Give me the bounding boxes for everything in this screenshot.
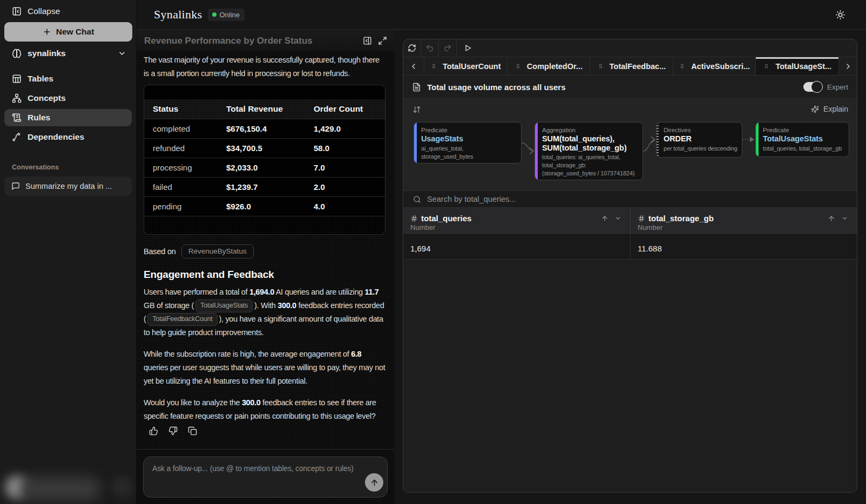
- chevron-left-icon: [409, 62, 418, 71]
- tab-label: CompletedOr...: [527, 62, 583, 71]
- cell-revenue: $34,700.5: [226, 144, 314, 153]
- chevron-down-icon: [841, 215, 848, 222]
- column-total-storage-gb[interactable]: total_storage_gb Number: [631, 208, 857, 233]
- online-dot: [212, 12, 216, 17]
- cell-revenue: $1,239.7: [226, 182, 314, 192]
- column-menu-button[interactable]: [841, 215, 848, 222]
- column-header: Order Count: [314, 104, 385, 114]
- collapse-chat-button[interactable]: [363, 36, 372, 45]
- sidebar-item-tables[interactable]: Tables: [4, 70, 132, 87]
- cell-status: completed: [144, 124, 226, 133]
- thumbs-up-button[interactable]: [149, 426, 158, 435]
- redo-button[interactable]: [439, 39, 457, 57]
- grip-icon: [763, 63, 770, 70]
- copy-icon: [188, 426, 197, 435]
- tab-completedorders[interactable]: CompletedOr...: [508, 57, 591, 75]
- node-title: TotalUsageStats: [763, 134, 845, 144]
- rule-workbench: TotalUserCount CompletedOr... TotalFeedb…: [403, 39, 857, 493]
- column-total-queries[interactable]: total_queries Number: [403, 208, 631, 233]
- node-aggregation[interactable]: Aggregation SUM(total_queries), SUM(tota…: [535, 122, 643, 180]
- conversations-heading: Conversations: [12, 164, 132, 171]
- chat-input-box: [143, 457, 388, 498]
- cell-status: refunded: [144, 144, 226, 153]
- grip-icon: [430, 63, 437, 70]
- table-row: processing $2,033.0 7.0: [144, 158, 385, 177]
- node-totalusagestats[interactable]: Predicate TotalUsageStats total_queries,…: [755, 122, 849, 157]
- sun-icon: [835, 10, 845, 20]
- run-button[interactable]: [457, 39, 479, 57]
- node-usagestats[interactable]: Predicate UsageStats ai_queries_total, s…: [414, 122, 522, 164]
- cell-count: 58.0: [314, 144, 385, 153]
- cell-status: processing: [144, 163, 226, 172]
- cell-status: failed: [144, 182, 226, 192]
- copy-button[interactable]: [188, 426, 197, 435]
- tab-totalfeedback[interactable]: TotalFeedbac...: [590, 57, 673, 75]
- chat-messages: The vast majority of your revenue is suc…: [137, 51, 394, 449]
- tab-totalusagestats[interactable]: TotalUsageSt...: [756, 57, 839, 75]
- search-input[interactable]: [427, 195, 847, 203]
- tab-activesubscriptions[interactable]: ActiveSubscri...: [673, 57, 756, 75]
- cell-count: 1,429.0: [314, 124, 385, 133]
- sidebar-item-concepts[interactable]: Concepts: [4, 90, 132, 107]
- thumbs-down-button[interactable]: [168, 426, 178, 435]
- node-accent: [657, 122, 659, 157]
- node-detail: ai_queries_total, storage_used_bytes: [421, 145, 486, 161]
- node-accent: [756, 122, 759, 156]
- arrow-up-icon: [601, 215, 608, 222]
- arrow-up-icon: [828, 215, 835, 222]
- redo-icon: [443, 44, 452, 52]
- send-button[interactable]: [365, 473, 383, 492]
- expert-toggle[interactable]: [803, 82, 822, 92]
- node-accent: [535, 122, 538, 180]
- new-chat-button[interactable]: New Chat: [4, 22, 132, 42]
- rule-chip-revenuebystatus[interactable]: RevenueByStatus: [181, 244, 254, 258]
- rule-description: Total usage volume across all users: [427, 83, 803, 92]
- tab-totalusercount[interactable]: TotalUserCount: [424, 57, 508, 75]
- undo-button[interactable]: [421, 39, 439, 57]
- tab-label: TotalUsageSt...: [775, 62, 831, 71]
- expand-chat-button[interactable]: [378, 36, 387, 45]
- sort-column-button[interactable]: [828, 215, 835, 222]
- app-title: Synalinks: [154, 8, 202, 22]
- sidebar-item-rules[interactable]: Rules: [4, 109, 132, 126]
- arrow-up-icon: [370, 478, 379, 487]
- sidebar-item-label: Tables: [28, 74, 53, 84]
- column-menu-button[interactable]: [614, 215, 621, 222]
- tabs-scroll-right-button[interactable]: [839, 57, 857, 75]
- plus-icon: [43, 28, 51, 36]
- panel-collapse-icon: [363, 36, 372, 45]
- refresh-icon: [408, 44, 416, 52]
- cell-count: 7.0: [314, 163, 385, 172]
- node-kind: Predicate: [763, 126, 845, 134]
- table-icon: [12, 74, 22, 84]
- chat-input[interactable]: [144, 457, 387, 497]
- conversation-title: Summarize my data in ...: [25, 182, 112, 190]
- user-menu-blur: [112, 477, 132, 496]
- theme-toggle-button[interactable]: [835, 10, 845, 20]
- panel-left-icon: [12, 6, 22, 16]
- node-directives[interactable]: Directives ORDER per total_queries desce…: [656, 122, 742, 158]
- collapse-button[interactable]: Collapse: [4, 4, 132, 17]
- rule-chip-totalfeedbackcount[interactable]: TotalFeedbackCount: [147, 313, 217, 326]
- column-name: total_storage_gb: [648, 214, 824, 223]
- conversation-item[interactable]: Summarize my data in ...: [4, 176, 132, 196]
- sidebar-item-dependencies[interactable]: Dependencies: [4, 128, 132, 146]
- workspace-selector[interactable]: synalinks: [4, 44, 132, 63]
- table-row: completed $676,150.4 1,429.0: [144, 119, 385, 138]
- tabs-scroll-left-button[interactable]: [403, 57, 424, 75]
- play-icon: [464, 44, 472, 52]
- cell-count: 4.0: [314, 202, 385, 211]
- rule-chip-totalusagestats[interactable]: TotalUsageStats: [195, 299, 253, 312]
- expert-label: Expert: [827, 83, 848, 91]
- sort-column-button[interactable]: [601, 215, 608, 222]
- chat-panel: Revenue Performance by Order Status The …: [137, 30, 394, 504]
- message-actions: [149, 426, 385, 435]
- refresh-button[interactable]: [403, 39, 421, 57]
- status-text: Online: [220, 11, 240, 19]
- cell-total-queries: 1,694: [403, 234, 631, 259]
- sidebar-item-label: Concepts: [28, 93, 66, 103]
- user-account-blurred[interactable]: [0, 461, 137, 504]
- cell-revenue: $926.0: [226, 202, 314, 211]
- table-row: refunded $34,700.5 58.0: [144, 138, 385, 158]
- revenue-table: Status Total Revenue Order Count complet…: [144, 85, 385, 235]
